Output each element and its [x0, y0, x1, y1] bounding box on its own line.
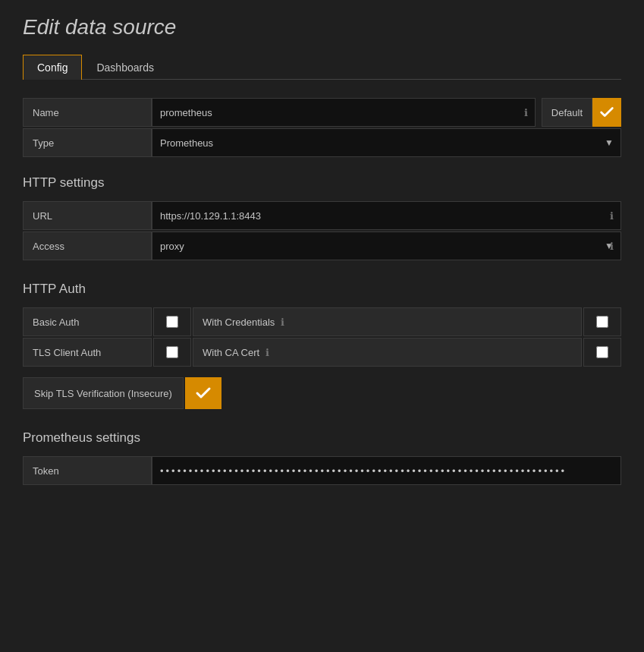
- type-row: Type Prometheus ▼: [23, 128, 621, 157]
- name-row: Name ℹ Default: [23, 98, 621, 127]
- with-ca-cert-checkbox-wrap[interactable]: [583, 338, 621, 367]
- url-label: URL: [23, 201, 152, 230]
- default-label: Default: [542, 98, 592, 127]
- name-label: Name: [23, 98, 152, 127]
- with-credentials-info-icon: ℹ: [281, 317, 284, 328]
- skip-tls-checkbox[interactable]: [185, 377, 221, 409]
- with-ca-cert-checkbox[interactable]: [596, 346, 608, 358]
- with-ca-cert-label: With CA Cert ℹ: [193, 338, 582, 367]
- access-label: Access: [23, 232, 152, 260]
- tls-client-auth-label: TLS Client Auth: [23, 338, 152, 367]
- http-auth-section: HTTP Auth Basic Auth With Credentials ℹ …: [23, 282, 621, 409]
- access-select[interactable]: proxy direct: [152, 232, 621, 260]
- url-input[interactable]: [152, 201, 621, 230]
- default-checkbox[interactable]: [592, 98, 621, 127]
- prometheus-settings-section: Prometheus settings Token: [23, 430, 621, 485]
- basic-auth-checkbox[interactable]: [166, 316, 178, 328]
- access-info-icon: ℹ: [610, 241, 614, 252]
- with-credentials-checkbox-wrap[interactable]: [583, 307, 621, 336]
- with-credentials-label: With Credentials ℹ: [193, 307, 582, 336]
- skip-tls-row: Skip TLS Verification (Insecure): [23, 377, 621, 409]
- type-select[interactable]: Prometheus: [152, 128, 621, 157]
- tls-client-auth-checkbox-wrap[interactable]: [153, 338, 191, 367]
- token-label: Token: [23, 456, 152, 485]
- name-input[interactable]: [152, 98, 536, 127]
- tab-dashboards[interactable]: Dashboards: [82, 55, 168, 80]
- http-settings-section: HTTP settings URL ℹ Access proxy direct …: [23, 175, 621, 260]
- tab-config[interactable]: Config: [23, 55, 82, 80]
- access-row: Access proxy direct ▼ ℹ: [23, 232, 621, 260]
- with-ca-cert-text: With CA Cert: [203, 347, 259, 358]
- type-label: Type: [23, 128, 152, 157]
- skip-tls-label: Skip TLS Verification (Insecure): [23, 377, 184, 409]
- prometheus-settings-title: Prometheus settings: [23, 430, 621, 446]
- http-settings-title: HTTP settings: [23, 175, 621, 191]
- basic-auth-checkbox-wrap[interactable]: [153, 307, 191, 336]
- name-info-icon: ℹ: [524, 107, 528, 118]
- tls-client-auth-checkbox[interactable]: [166, 346, 178, 358]
- basic-auth-row: Basic Auth With Credentials ℹ: [23, 307, 621, 336]
- basic-auth-label: Basic Auth: [23, 307, 152, 336]
- page-title: Edit data source: [23, 15, 621, 39]
- with-credentials-checkbox[interactable]: [596, 316, 608, 328]
- tab-bar: Config Dashboards: [23, 55, 621, 80]
- with-ca-cert-info-icon: ℹ: [265, 347, 269, 358]
- token-row: Token: [23, 456, 621, 485]
- tls-auth-row: TLS Client Auth With CA Cert ℹ: [23, 338, 621, 367]
- http-auth-title: HTTP Auth: [23, 282, 621, 297]
- url-row: URL ℹ: [23, 201, 621, 230]
- token-input[interactable]: [152, 456, 621, 485]
- url-info-icon: ℹ: [610, 210, 614, 222]
- with-credentials-text: With Credentials: [203, 317, 275, 328]
